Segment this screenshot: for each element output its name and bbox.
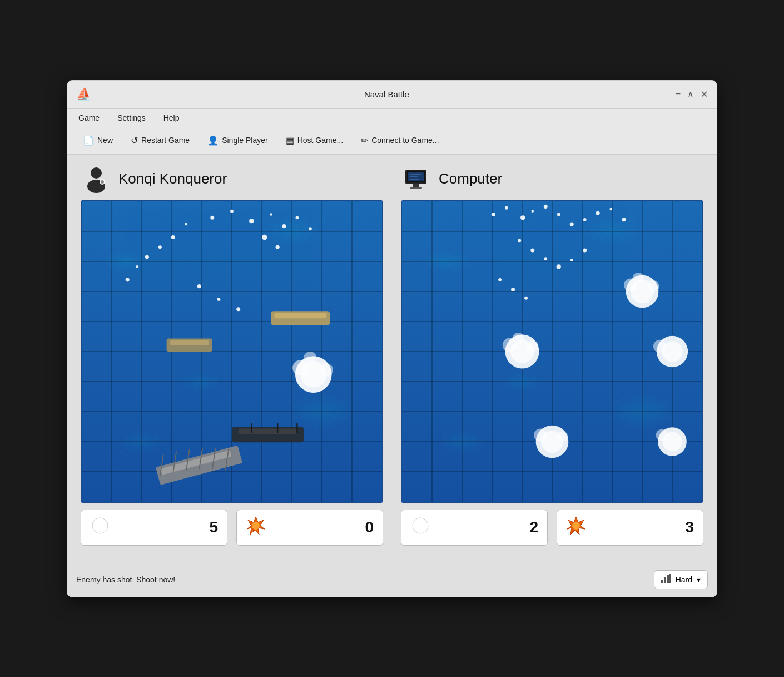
player1-hit-count: 0 <box>365 518 374 536</box>
window-controls: − ∧ ✕ <box>676 89 708 100</box>
svg-point-134 <box>656 429 668 441</box>
miss-icon-1 <box>90 516 110 540</box>
svg-rect-41 <box>274 313 326 318</box>
svg-rect-71 <box>413 184 419 187</box>
player2-avatar-icon <box>403 165 430 193</box>
player2-misses-box: 2 <box>401 510 548 546</box>
svg-point-103 <box>596 211 600 215</box>
status-message: Enemy has shot. Shoot now! <box>76 575 175 584</box>
svg-point-118 <box>647 280 659 292</box>
player1-hits-box: 0 <box>236 510 383 546</box>
host-game-label: Host Game... <box>297 136 343 145</box>
svg-point-100 <box>557 213 560 216</box>
svg-point-23 <box>230 209 234 213</box>
svg-point-98 <box>531 210 534 213</box>
svg-point-105 <box>622 218 626 221</box>
dropdown-chevron[interactable]: ▾ <box>697 575 701 584</box>
grid-lines-1 <box>82 201 382 502</box>
svg-point-31 <box>145 255 149 259</box>
svg-point-33 <box>126 278 130 281</box>
main-content: Konqi Konqueror <box>67 155 717 564</box>
menu-settings[interactable]: Settings <box>115 112 148 123</box>
svg-point-97 <box>520 215 525 220</box>
svg-point-25 <box>270 213 272 216</box>
menu-game[interactable]: Game <box>76 112 102 123</box>
host-game-button[interactable]: ▤ Host Game... <box>279 132 350 149</box>
player2-grid[interactable] <box>401 200 703 503</box>
svg-rect-143 <box>664 577 666 583</box>
svg-point-107 <box>530 248 534 252</box>
connect-button[interactable]: ✏ Connect to Game... <box>354 132 445 149</box>
player1-avatar-icon <box>82 165 110 193</box>
svg-point-38 <box>217 298 221 301</box>
minimize-button[interactable]: − <box>676 89 681 100</box>
player2-miss-count: 2 <box>529 518 538 536</box>
new-button[interactable]: 📄 New <box>76 132 120 149</box>
main-window: ⛵ Naval Battle − ∧ ✕ Game Settings Help … <box>67 80 717 597</box>
player1-stats: 5 0 <box>81 510 383 546</box>
svg-rect-72 <box>410 187 422 189</box>
player1-header: Konqi Konqueror <box>81 164 383 195</box>
title-bar: ⛵ Naval Battle − ∧ ✕ <box>67 81 717 109</box>
status-bar: Enemy has shot. Shoot now! Hard ▾ <box>67 564 717 597</box>
svg-point-119 <box>632 272 644 284</box>
svg-point-139 <box>418 519 423 523</box>
grid-lines-2 <box>402 201 702 502</box>
maximize-button[interactable]: ∧ <box>687 89 694 100</box>
svg-point-36 <box>309 227 312 230</box>
player2-hits-box: 3 <box>557 510 703 546</box>
svg-point-104 <box>609 207 612 210</box>
player1-grid[interactable] <box>81 200 383 503</box>
player1-misses-box: 5 <box>81 510 227 546</box>
players-row: Konqi Konqueror <box>81 164 703 546</box>
connect-label: Connect to Game... <box>371 136 439 145</box>
svg-point-61 <box>304 352 316 364</box>
single-player-button[interactable]: 👤 Single Player <box>201 132 275 149</box>
difficulty-dropdown[interactable]: Hard ▾ <box>654 570 708 589</box>
svg-point-30 <box>158 245 162 249</box>
player2-header: Computer <box>401 164 703 195</box>
difficulty-icon <box>661 574 671 585</box>
svg-point-32 <box>136 265 138 268</box>
player1-section: Konqi Konqueror <box>81 164 383 546</box>
window-title: Naval Battle <box>98 90 676 99</box>
toolbar: 📄 New ↺ Restart Game 👤 Single Player ▤ H… <box>67 127 717 155</box>
svg-point-102 <box>583 218 587 221</box>
svg-point-141 <box>572 522 580 530</box>
svg-rect-144 <box>667 575 669 583</box>
svg-point-68 <box>252 522 260 530</box>
close-button[interactable]: ✕ <box>701 89 708 100</box>
restart-icon: ↺ <box>131 135 138 146</box>
svg-rect-43 <box>170 340 209 345</box>
player1-avatar <box>81 164 112 195</box>
svg-point-24 <box>249 219 254 223</box>
svg-point-37 <box>197 284 201 288</box>
player2-name: Computer <box>439 170 502 187</box>
svg-point-95 <box>492 212 495 216</box>
player1-name: Konqi Konqueror <box>118 170 227 187</box>
svg-point-101 <box>570 222 574 226</box>
svg-point-130 <box>534 428 547 441</box>
app-icon: ⛵ <box>76 87 91 102</box>
svg-rect-145 <box>669 574 671 583</box>
svg-point-34 <box>262 234 267 239</box>
player2-canvas[interactable] <box>402 201 702 502</box>
svg-point-108 <box>544 257 547 260</box>
svg-point-111 <box>583 248 587 252</box>
difficulty-label: Hard <box>676 575 692 584</box>
svg-point-109 <box>557 264 561 269</box>
menu-help[interactable]: Help <box>161 112 182 123</box>
restart-button[interactable]: ↺ Restart Game <box>124 132 196 149</box>
svg-point-29 <box>171 235 175 239</box>
player2-hit-count: 3 <box>685 518 694 536</box>
svg-point-110 <box>570 259 573 261</box>
svg-point-113 <box>511 287 515 291</box>
host-game-icon: ▤ <box>286 135 294 146</box>
miss-icon-2 <box>410 516 430 540</box>
svg-point-35 <box>276 245 280 249</box>
svg-point-28 <box>185 223 187 225</box>
player1-canvas[interactable] <box>82 201 382 502</box>
svg-point-3 <box>101 180 104 184</box>
player1-miss-count: 5 <box>209 518 218 536</box>
hit-icon-2 <box>566 516 586 540</box>
